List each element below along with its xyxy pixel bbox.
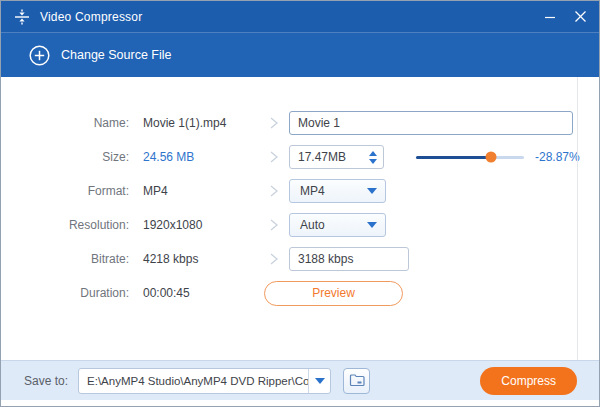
size-input[interactable]: [290, 150, 350, 164]
resolution-dropdown[interactable]: Auto: [289, 213, 386, 237]
bitrate-label: Bitrate:: [1, 252, 129, 266]
folder-icon: [349, 374, 365, 387]
compress-button[interactable]: Compress: [480, 367, 577, 395]
save-path-value[interactable]: E:\AnyMP4 Studio\AnyMP4 DVD Ripper\Compr…: [79, 375, 308, 387]
format-dropdown[interactable]: MP4: [289, 179, 386, 203]
size-spinner: [369, 151, 377, 164]
size-slider-handle[interactable]: [485, 152, 496, 163]
window-bottom-edge: [1, 400, 599, 406]
save-path-dropdown-button[interactable]: [308, 368, 330, 394]
format-row: Format: MP4 MP4: [1, 179, 599, 203]
size-slider[interactable]: [416, 156, 524, 159]
minimize-button[interactable]: [535, 1, 565, 33]
close-icon: [574, 10, 587, 23]
resolution-row: Resolution: 1920x1080 Auto: [1, 213, 599, 237]
name-input[interactable]: [289, 111, 573, 135]
resolution-label: Resolution:: [1, 218, 129, 232]
size-reduction-percent: -28.87%: [535, 150, 580, 164]
format-source-value: MP4: [143, 184, 269, 198]
scrollbar-track[interactable]: [577, 77, 578, 360]
duration-value: 00:00:45: [143, 286, 269, 300]
bitrate-input[interactable]: [289, 247, 409, 271]
compress-icon: [14, 9, 30, 25]
bitrate-row: Bitrate: 4218 kbps: [1, 247, 599, 271]
minimize-icon: [544, 11, 556, 23]
toolbar: Change Source File: [1, 33, 599, 77]
name-source-value: Movie 1(1).mp4: [143, 116, 269, 130]
duration-row: Duration: 00:00:45 Preview: [1, 281, 599, 305]
save-to-label: Save to:: [24, 374, 68, 388]
resolution-selected: Auto: [300, 218, 325, 232]
size-source-value: 24.56 MB: [143, 150, 269, 164]
title-bar: Video Compressor: [1, 1, 599, 33]
size-slider-fill: [416, 156, 491, 159]
close-button[interactable]: [565, 1, 595, 33]
chevron-right-icon: [269, 252, 289, 266]
chevron-right-icon: [269, 184, 289, 198]
chevron-down-icon: [367, 188, 377, 194]
resolution-source-value: 1920x1080: [143, 218, 269, 232]
compress-settings-panel: Name: Movie 1(1).mp4 Size: 24.56 MB: [1, 77, 599, 360]
duration-label: Duration:: [1, 286, 129, 300]
size-label: Size:: [1, 150, 129, 164]
name-label: Name:: [1, 116, 129, 130]
size-row: Size: 24.56 MB -28.87%: [1, 145, 599, 169]
save-path-combo: E:\AnyMP4 Studio\AnyMP4 DVD Ripper\Compr…: [78, 368, 331, 394]
bitrate-source-value: 4218 kbps: [143, 252, 269, 266]
format-selected: MP4: [300, 184, 325, 198]
spinner-down-icon[interactable]: [369, 159, 377, 164]
chevron-down-icon: [315, 378, 325, 384]
window-title: Video Compressor: [40, 10, 142, 24]
change-source-file-button[interactable]: Change Source File: [61, 48, 171, 62]
chevron-right-icon: [269, 150, 289, 164]
name-row: Name: Movie 1(1).mp4: [1, 111, 599, 135]
spinner-up-icon[interactable]: [369, 151, 377, 156]
chevron-right-icon: [269, 218, 289, 232]
format-label: Format:: [1, 184, 129, 198]
chevron-down-icon: [367, 222, 377, 228]
chevron-right-icon: [269, 116, 289, 130]
app-window: Video Compressor Change Source File: [0, 0, 600, 407]
preview-button[interactable]: Preview: [264, 281, 403, 306]
footer-bar: Save to: E:\AnyMP4 Studio\AnyMP4 DVD Rip…: [1, 360, 599, 400]
browse-folder-button[interactable]: [343, 368, 370, 394]
size-spinbox: [289, 145, 384, 169]
circle-plus-icon: [29, 45, 50, 66]
